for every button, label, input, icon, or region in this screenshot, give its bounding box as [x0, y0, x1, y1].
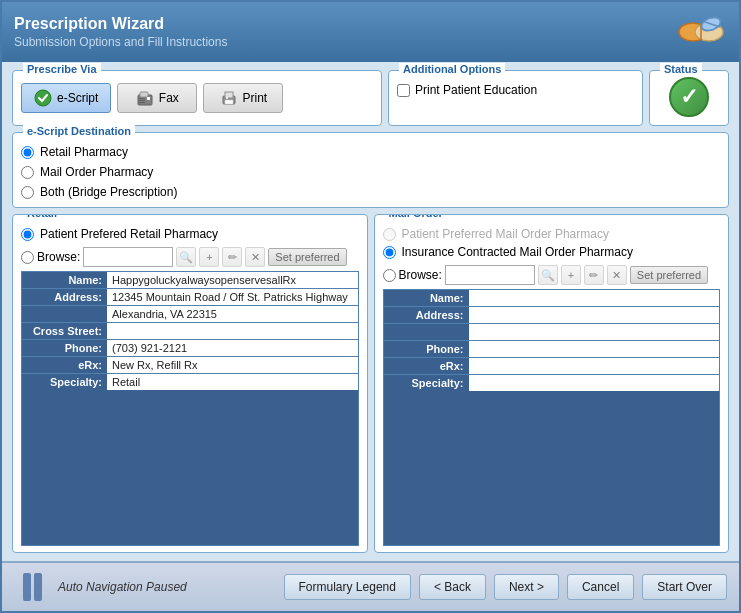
- pause-bar-left: [23, 573, 31, 601]
- both-label: Both (Bridge Prescription): [40, 185, 177, 199]
- preferred-mail-radio[interactable]: [383, 228, 396, 241]
- next-button[interactable]: Next >: [494, 574, 559, 600]
- escript-destination-options: Retail Pharmacy Mail Order Pharmacy Both…: [21, 145, 720, 199]
- mail-erx-value: [469, 358, 720, 374]
- add-mail-button[interactable]: +: [561, 265, 581, 285]
- pills-icon: [675, 10, 727, 54]
- additional-options-group: Additional Options Print Patient Educati…: [388, 70, 643, 126]
- svg-rect-12: [139, 102, 145, 103]
- preferred-mail-label: Patient Preferred Mail Order Pharmacy: [402, 227, 609, 241]
- cancel-button[interactable]: Cancel: [567, 574, 634, 600]
- svg-rect-15: [225, 100, 233, 104]
- svg-point-6: [35, 90, 51, 106]
- title-bar: Prescription Wizard Submission Options a…: [2, 2, 739, 62]
- svg-rect-16: [226, 97, 228, 99]
- browse-retail-radio[interactable]: [21, 251, 34, 264]
- set-preferred-mail-button[interactable]: Set preferred: [630, 266, 708, 284]
- edit-retail-button[interactable]: ✏: [222, 247, 242, 267]
- retail-cross-street-row: Cross Street:: [22, 323, 358, 340]
- print-patient-education-checkbox[interactable]: [397, 84, 410, 97]
- mail-erx-label: eRx:: [384, 358, 469, 374]
- browse-mail-radio[interactable]: [383, 269, 396, 282]
- mail-address-value: [469, 307, 720, 323]
- formulary-legend-button[interactable]: Formulary Legend: [284, 574, 411, 600]
- mail-order-panel-label: Mail Order: [385, 214, 447, 219]
- preferred-retail-radio[interactable]: [21, 228, 34, 241]
- remove-retail-button[interactable]: ✕: [245, 247, 265, 267]
- edit-mail-button[interactable]: ✏: [584, 265, 604, 285]
- retail-erx-value: New Rx, Refill Rx: [107, 357, 358, 373]
- mail-name-label: Name:: [384, 290, 469, 306]
- status-group: Status: [649, 70, 729, 126]
- escript-label: e-Script: [57, 91, 98, 105]
- browse-mail-input[interactable]: [445, 265, 535, 285]
- top-row: Prescribe Via e-Script Fax: [12, 70, 729, 126]
- window-title: Prescription Wizard: [14, 15, 227, 33]
- retail-panel-label: Retail: [23, 214, 61, 219]
- retail-detail-table: Name: HappygoluckyalwaysopenservesallRx …: [21, 271, 359, 546]
- mail-order-label: Mail Order Pharmacy: [40, 165, 153, 179]
- retail-specialty-value: Retail: [107, 374, 358, 390]
- insurance-mail-radio[interactable]: [383, 246, 396, 259]
- fax-icon: [136, 89, 154, 107]
- mail-address-row: Address:: [384, 307, 720, 324]
- remove-mail-button[interactable]: ✕: [607, 265, 627, 285]
- search-retail-button[interactable]: 🔍: [176, 247, 196, 267]
- browse-mail-row: Browse: 🔍 + ✏ ✕ Set preferred: [383, 265, 721, 285]
- retail-pharmacy-label: Retail Pharmacy: [40, 145, 128, 159]
- retail-phone-value: (703) 921-2121: [107, 340, 358, 356]
- back-button[interactable]: < Back: [419, 574, 486, 600]
- print-patient-education-row: Print Patient Education: [397, 83, 634, 97]
- retail-specialty-row: Specialty: Retail: [22, 374, 358, 390]
- retail-erx-row: eRx: New Rx, Refill Rx: [22, 357, 358, 374]
- retail-pharmacy-radio[interactable]: [21, 146, 34, 159]
- set-preferred-retail-button[interactable]: Set preferred: [268, 248, 346, 266]
- preferred-retail-label: Patient Prefered Retail Pharmacy: [40, 227, 218, 241]
- mail-specialty-row: Specialty:: [384, 375, 720, 391]
- panels-row: Retail Patient Prefered Retail Pharmacy …: [12, 214, 729, 553]
- retail-name-label: Name:: [22, 272, 107, 288]
- both-radio[interactable]: [21, 186, 34, 199]
- mail-address2-label: [384, 324, 469, 340]
- escript-button[interactable]: e-Script: [21, 83, 111, 113]
- svg-rect-8: [140, 92, 148, 97]
- preferred-mail-row: Patient Preferred Mail Order Pharmacy: [383, 227, 721, 241]
- mail-order-radio[interactable]: [21, 166, 34, 179]
- retail-name-value: HappygoluckyalwaysopenservesallRx: [107, 272, 358, 288]
- retail-address-row: Address: 12345 Mountain Road / Off St. P…: [22, 289, 358, 306]
- browse-retail-input[interactable]: [83, 247, 173, 267]
- print-button[interactable]: Print: [203, 83, 283, 113]
- status-check-icon: [669, 77, 709, 117]
- escript-icon: [34, 89, 52, 107]
- mail-address2-value: [469, 324, 720, 340]
- retail-erx-label: eRx:: [22, 357, 107, 373]
- retail-specialty-label: Specialty:: [22, 374, 107, 390]
- escript-destination-group: e-Script Destination Retail Pharmacy Mai…: [12, 132, 729, 208]
- print-patient-education-text: Print Patient Education: [415, 83, 537, 97]
- mail-order-panel-inner: Patient Preferred Mail Order Pharmacy In…: [375, 219, 729, 552]
- start-over-button[interactable]: Start Over: [642, 574, 727, 600]
- insurance-mail-label: Insurance Contracted Mail Order Pharmacy: [402, 245, 633, 259]
- title-text: Prescription Wizard Submission Options a…: [14, 15, 227, 49]
- mail-specialty-value: [469, 375, 720, 391]
- mail-order-panel: Mail Order Patient Preferred Mail Order …: [374, 214, 730, 553]
- mail-phone-row: Phone:: [384, 341, 720, 358]
- mail-order-row: Mail Order Pharmacy: [21, 165, 720, 179]
- status-label: Status: [660, 63, 702, 75]
- add-retail-button[interactable]: +: [199, 247, 219, 267]
- search-mail-button[interactable]: 🔍: [538, 265, 558, 285]
- footer-status-text: Auto Navigation Paused: [58, 580, 276, 594]
- svg-rect-14: [225, 92, 233, 98]
- retail-panel-inner: Patient Prefered Retail Pharmacy Browse:…: [13, 219, 367, 552]
- mail-address2-row: [384, 324, 720, 341]
- retail-address2-row: Alexandria, VA 22315: [22, 306, 358, 323]
- retail-address2-label: [22, 306, 107, 322]
- retail-pharmacy-row: Retail Pharmacy: [21, 145, 720, 159]
- fax-button[interactable]: Fax: [117, 83, 197, 113]
- svg-rect-11: [139, 100, 145, 101]
- retail-phone-row: Phone: (703) 921-2121: [22, 340, 358, 357]
- retail-address2-value: Alexandria, VA 22315: [107, 306, 358, 322]
- window-subtitle: Submission Options and Fill Instructions: [14, 35, 227, 49]
- prescribe-via-label: Prescribe Via: [23, 63, 101, 75]
- preferred-retail-row: Patient Prefered Retail Pharmacy: [21, 227, 359, 241]
